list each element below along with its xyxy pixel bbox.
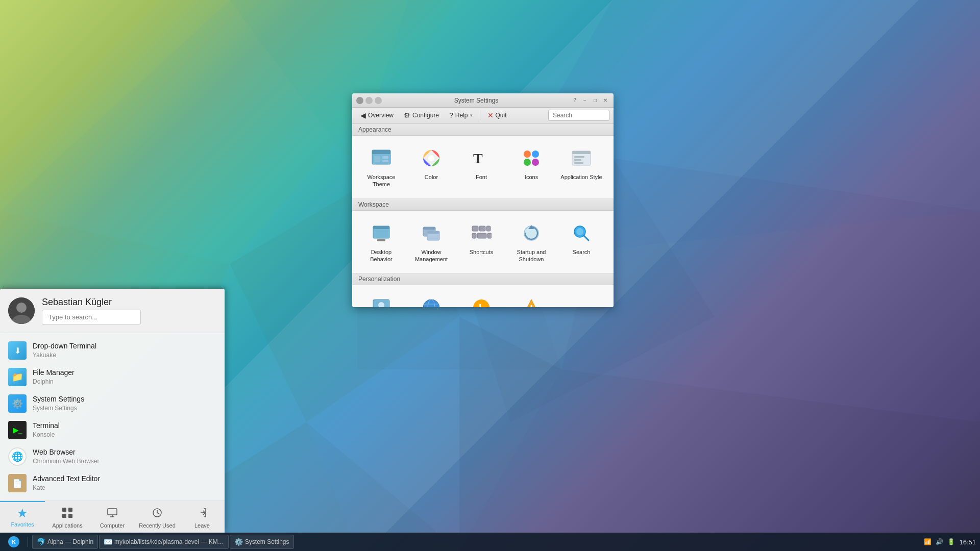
back-label: Overview (368, 112, 394, 119)
taskbar-app-label: mykolab/lists/kde/plasma-devel — KM… (114, 538, 224, 545)
back-button[interactable]: ◀ Overview (356, 110, 398, 121)
menu-tab-recently_used[interactable]: Recently Used (135, 501, 180, 533)
application-style-icon (569, 146, 594, 170)
titlebar-max-btn[interactable] (375, 97, 382, 104)
search-icon (569, 221, 594, 245)
svg-rect-54 (486, 226, 491, 231)
svg-rect-47 (377, 239, 385, 241)
svg-rect-43 (574, 159, 581, 161)
configure-button[interactable]: ⚙ Configure (400, 110, 443, 121)
settings-item-notification[interactable]: !Notification (458, 291, 504, 307)
app-list-item[interactable]: 📁File ManagerDolphin (0, 364, 225, 390)
svg-rect-51 (427, 231, 439, 234)
svg-text:!: ! (478, 302, 482, 307)
settings-item-applications[interactable]: Applications (508, 291, 554, 307)
settings-item-application-style[interactable]: Application Style (558, 142, 604, 192)
taskbar: K 🐬Alpha — Dolphin✉️mykolab/lists/kde/pl… (0, 533, 980, 551)
settings-item-shortcuts[interactable]: Shortcuts (458, 217, 504, 267)
application-style-label: Application Style (560, 173, 602, 181)
settings-item-icons[interactable]: Icons (508, 142, 554, 192)
taskbar-app-item[interactable]: 🐬Alpha — Dolphin (32, 535, 98, 549)
window-management-icon (419, 221, 444, 245)
svg-line-26 (157, 513, 159, 514)
settings-item-startup-and-shutdown[interactable]: Startup and Shutdown (508, 217, 554, 267)
titlebar-x-icon[interactable]: ✕ (601, 96, 609, 105)
svg-rect-57 (487, 233, 492, 238)
svg-rect-56 (477, 233, 486, 238)
titlebar-buttons (356, 97, 382, 104)
battery-icon: 🔋 (947, 538, 955, 545)
user-avatar (8, 297, 35, 324)
svg-point-66 (423, 299, 439, 307)
settings-titlebar: System Settings ? − □ ✕ (352, 93, 614, 108)
shortcuts-label: Shortcuts (470, 248, 493, 256)
window-management-label: Window Management (410, 248, 452, 263)
titlebar-min-btn[interactable] (365, 97, 373, 104)
settings-toolbar: ◀ Overview ⚙ Configure ? Help ▾ ✕ Quit (352, 108, 614, 123)
settings-item-font[interactable]: TFont (458, 142, 504, 192)
settings-item-color[interactable]: Color (408, 142, 454, 192)
svg-rect-29 (372, 150, 390, 154)
taskbar-clock: 16:51 (959, 538, 976, 546)
user-name: Sebastian Kügler (42, 297, 141, 308)
color-label: Color (425, 173, 438, 181)
settings-search-input[interactable] (548, 110, 609, 121)
help-button[interactable]: ? Help ▾ (445, 110, 476, 121)
color-icon (419, 146, 444, 170)
taskbar-right: 📶 🔊 🔋 16:51 (924, 538, 976, 546)
taskbar-kde-button[interactable]: K (4, 535, 23, 549)
menu-tab-applications[interactable]: Applications (45, 501, 90, 533)
settings-grid-appearance: Workspace ThemeColorTFontIconsApplicatio… (352, 136, 614, 198)
settings-grid-workspace: Desktop BehaviorWindow ManagementShortcu… (352, 211, 614, 273)
desktop-behavior-icon (369, 221, 394, 245)
settings-section-workspace: Workspace (352, 198, 614, 211)
app-list-item[interactable]: ⚙️System SettingsSystem Settings (0, 390, 225, 417)
titlebar-close-btn[interactable] (356, 97, 363, 104)
app-list-item[interactable]: ▶_TerminalKonsole (0, 417, 225, 443)
titlebar-min-icon[interactable]: − (581, 96, 589, 105)
svg-rect-42 (574, 156, 584, 158)
svg-point-39 (532, 159, 539, 166)
settings-grid-personalization: Account DetailsRegional Settings!Notific… (352, 285, 614, 307)
svg-rect-46 (373, 226, 389, 229)
taskbar-separator-1 (28, 537, 28, 547)
quit-label: Quit (496, 112, 507, 119)
settings-item-account-details[interactable]: Account Details (358, 291, 404, 307)
settings-item-regional-settings[interactable]: Regional Settings (408, 291, 454, 307)
settings-item-workspace-theme[interactable]: Workspace Theme (358, 142, 404, 192)
menu-tab-favorites[interactable]: ★Favorites (0, 501, 45, 533)
network-icon: 📶 (924, 538, 932, 545)
svg-rect-21 (108, 509, 117, 515)
settings-item-window-management[interactable]: Window Management (408, 217, 454, 267)
taskbar-app-label: System Settings (245, 538, 289, 545)
svg-rect-30 (374, 156, 380, 162)
svg-rect-32 (382, 160, 388, 162)
app-list: ⬇Drop-down TerminalYakuake📁File ManagerD… (0, 333, 225, 500)
menu-footer: ★FavoritesApplicationsComputerRecently U… (0, 500, 225, 533)
svg-point-34 (428, 155, 434, 161)
app-list-item[interactable]: 📄Advanced Text EditorKate (0, 470, 225, 496)
app-list-item[interactable]: ⬇Drop-down TerminalYakuake (0, 337, 225, 364)
app-list-item[interactable]: 🌐Web BrowserChromium Web Browser (0, 443, 225, 470)
settings-section-personalization: Personalization (352, 273, 614, 285)
svg-rect-18 (68, 508, 72, 512)
svg-rect-53 (479, 226, 485, 231)
quit-button[interactable]: ✕ Quit (483, 110, 511, 121)
applications-icon (519, 295, 544, 307)
settings-item-search[interactable]: Search (558, 217, 604, 267)
menu-tab-computer[interactable]: Computer (90, 501, 135, 533)
menu-tab-leave[interactable]: Leave (180, 501, 225, 533)
svg-rect-20 (68, 514, 72, 518)
system-settings-window: System Settings ? − □ ✕ ◀ Overview ⚙ Con… (352, 93, 614, 307)
workspace-theme-label: Workspace Theme (360, 173, 402, 188)
titlebar-help-icon[interactable]: ? (571, 96, 579, 105)
taskbar-app-item[interactable]: ⚙️System Settings (230, 535, 294, 549)
settings-title: System Settings (385, 97, 568, 104)
app-menu-header: Sebastian Kügler (0, 289, 225, 333)
titlebar-restore-icon[interactable]: □ (591, 96, 599, 105)
taskbar-app-item[interactable]: ✉️mykolab/lists/kde/plasma-devel — KM… (99, 535, 229, 549)
toolbar-separator (480, 110, 480, 120)
app-search-input[interactable] (42, 310, 141, 324)
regional-settings-icon (419, 295, 444, 307)
settings-item-desktop-behavior[interactable]: Desktop Behavior (358, 217, 404, 267)
